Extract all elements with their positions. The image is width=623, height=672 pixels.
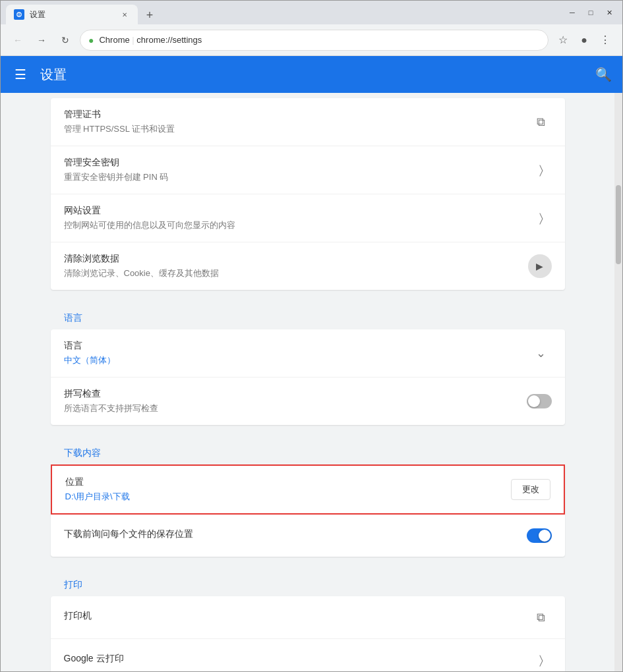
tab-favicon (14, 9, 24, 20)
security-lock-icon: ● (88, 35, 94, 45)
window-controls: ─ □ ✕ (564, 5, 617, 20)
bookmark-button[interactable]: ☆ (554, 31, 572, 49)
spell-check-content: 拼写检查 所选语言不支持拼写检查 (64, 388, 527, 414)
reload-button[interactable]: ↻ (56, 31, 74, 49)
spell-check-item[interactable]: 拼写检查 所选语言不支持拼写检查 (51, 378, 565, 425)
app-header: ☰ 设置 🔍 (1, 56, 622, 93)
tab-title: 设置 (30, 9, 114, 20)
url-chrome-part: Chrome (99, 35, 129, 45)
ask-download-toggle[interactable] (527, 528, 552, 543)
site-settings-content: 网站设置 控制网站可使用的信息以及可向您显示的内容 (64, 205, 531, 231)
app-title: 设置 (40, 66, 585, 84)
ask-download-toggle-thumb (539, 530, 550, 542)
language-content: 语言 中文（简体） (64, 340, 531, 366)
settings-main: 管理证书 管理 HTTPS/SSL 证书和设置 ⧉ 管理安全密钥 重置安全密钥并… (38, 93, 578, 671)
google-print-arrow-icon: 〉 (531, 650, 552, 671)
manage-keys-title: 管理安全密钥 (64, 157, 531, 169)
manage-certs-item[interactable]: 管理证书 管理 HTTPS/SSL 证书和设置 ⧉ (51, 98, 565, 146)
change-location-button[interactable]: 更改 (511, 479, 550, 500)
menu-button[interactable]: ⋮ (596, 31, 614, 49)
hamburger-menu-button[interactable]: ☰ (11, 67, 30, 82)
clear-data-circle-button[interactable]: ▶ (528, 254, 552, 278)
site-settings-title: 网站设置 (64, 205, 531, 217)
spell-check-subtitle: 所选语言不支持拼写检查 (64, 403, 527, 414)
print-card: 打印机 ⧉ Google 云打印 〉 (51, 596, 565, 671)
address-actions: ☆ ● ⋮ (554, 31, 614, 49)
google-print-item[interactable]: Google 云打印 〉 (51, 639, 565, 671)
manage-keys-arrow-icon: 〉 (531, 159, 552, 181)
downloads-card: 位置 D:\用户目录\下载 更改 下载前询问每个文件的保存位置 (51, 464, 565, 557)
location-path: D:\用户目录\下载 (65, 491, 511, 503)
manage-keys-content: 管理安全密钥 重置安全密钥并创建 PIN 码 (64, 157, 531, 183)
manage-keys-subtitle: 重置安全密钥并创建 PIN 码 (64, 171, 531, 183)
security-card: 管理证书 管理 HTTPS/SSL 证书和设置 ⧉ 管理安全密钥 重置安全密钥并… (51, 98, 565, 290)
title-bar: 设置 ✕ + ─ □ ✕ (1, 1, 622, 24)
maximize-button[interactable]: □ (583, 5, 599, 20)
manage-certs-subtitle: 管理 HTTPS/SSL 证书和设置 (64, 123, 531, 135)
tab-close-button[interactable]: ✕ (119, 9, 130, 20)
google-print-content: Google 云打印 (64, 653, 531, 667)
google-print-title: Google 云打印 (64, 653, 531, 665)
address-omnibox[interactable]: ● Chrome | chrome://settings (80, 30, 549, 51)
url-path-part: chrome://settings (136, 35, 202, 45)
location-item[interactable]: 位置 D:\用户目录\下载 更改 (51, 464, 565, 515)
language-item[interactable]: 语言 中文（简体） ⌄ (51, 329, 565, 378)
close-button[interactable]: ✕ (601, 5, 617, 20)
site-settings-subtitle: 控制网站可使用的信息以及可向您显示的内容 (64, 219, 531, 231)
clear-data-content: 清除浏览数据 清除浏览记录、Cookie、缓存及其他数据 (64, 253, 528, 279)
address-bar: ← → ↻ ● Chrome | chrome://settings ☆ ● ⋮ (1, 24, 622, 56)
url-display: Chrome | chrome://settings (99, 35, 540, 45)
site-settings-arrow-icon: 〉 (531, 208, 552, 229)
ask-download-content: 下载前询问每个文件的保存位置 (64, 528, 527, 543)
forward-button[interactable]: → (32, 31, 51, 49)
minimize-button[interactable]: ─ (564, 5, 580, 20)
printer-external-icon: ⧉ (531, 607, 552, 628)
language-chevron-icon[interactable]: ⌄ (531, 343, 552, 364)
printer-content: 打印机 (64, 610, 531, 625)
location-content: 位置 D:\用户目录\下载 (65, 476, 511, 503)
location-title: 位置 (65, 476, 511, 488)
new-tab-button[interactable]: + (140, 6, 159, 24)
clear-data-title: 清除浏览数据 (64, 253, 528, 265)
ask-download-item[interactable]: 下载前询问每个文件的保存位置 (51, 515, 565, 557)
ask-download-title: 下载前询问每个文件的保存位置 (64, 528, 527, 540)
printer-title: 打印机 (64, 610, 531, 622)
main-scroll-area[interactable]: 管理证书 管理 HTTPS/SSL 证书和设置 ⧉ 管理安全密钥 重置安全密钥并… (1, 93, 614, 671)
back-button[interactable]: ← (9, 31, 27, 49)
scrollbar[interactable] (614, 93, 622, 671)
content-area: 管理证书 管理 HTTPS/SSL 证书和设置 ⧉ 管理安全密钥 重置安全密钥并… (1, 93, 622, 671)
language-title: 语言 (64, 340, 531, 352)
site-settings-item[interactable]: 网站设置 控制网站可使用的信息以及可向您显示的内容 〉 (51, 194, 565, 242)
downloads-section-label: 下载内容 (51, 434, 565, 464)
manage-certs-title: 管理证书 (64, 109, 531, 121)
active-tab[interactable]: 设置 ✕ (6, 5, 138, 24)
toggle-thumb (528, 395, 540, 407)
scrollbar-thumb[interactable] (616, 185, 621, 264)
tab-area: 设置 ✕ + (6, 1, 564, 24)
clear-data-subtitle: 清除浏览记录、Cookie、缓存及其他数据 (64, 267, 528, 279)
language-card: 语言 中文（简体） ⌄ 拼写检查 所选语言不支持拼写检查 (51, 329, 565, 425)
account-button[interactable]: ● (575, 31, 593, 49)
manage-certs-external-icon: ⧉ (531, 111, 552, 132)
language-section-label: 语言 (51, 299, 565, 329)
manage-keys-item[interactable]: 管理安全密钥 重置安全密钥并创建 PIN 码 〉 (51, 146, 565, 194)
spell-check-toggle[interactable] (527, 394, 552, 408)
spell-check-title: 拼写检查 (64, 388, 527, 400)
manage-certs-content: 管理证书 管理 HTTPS/SSL 证书和设置 (64, 109, 531, 135)
print-section-label: 打印 (51, 566, 565, 596)
printer-item[interactable]: 打印机 ⧉ (51, 596, 565, 639)
search-button[interactable]: 🔍 (595, 67, 612, 82)
language-subtitle: 中文（简体） (64, 354, 531, 366)
clear-data-item[interactable]: 清除浏览数据 清除浏览记录、Cookie、缓存及其他数据 ▶ (51, 242, 565, 290)
